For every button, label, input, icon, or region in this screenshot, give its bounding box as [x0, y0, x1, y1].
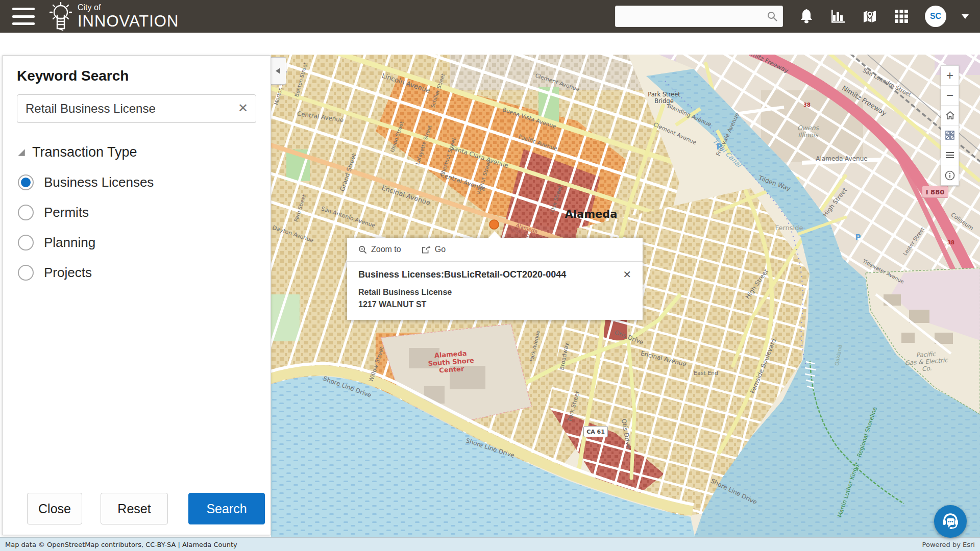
- radio-circle: [18, 205, 34, 220]
- menu-icon[interactable]: [12, 8, 35, 25]
- legend-lines-icon: [945, 152, 954, 159]
- keyword-search-panel: Keyword Search ✕ Transaction Type Busine…: [2, 55, 271, 535]
- map-attribution-bar: Map data © OpenStreetMap contributors, C…: [0, 537, 980, 551]
- panel-collapse-handle[interactable]: [271, 57, 286, 85]
- home-extent-button[interactable]: [941, 106, 959, 126]
- radio-business-licenses[interactable]: Business Licenses: [18, 174, 271, 190]
- popup-record-address: 1217 WALNUT ST: [358, 298, 631, 311]
- search-icon: [767, 11, 778, 22]
- zoom-to-button[interactable]: Zoom to: [358, 245, 401, 254]
- notifications-bell-icon[interactable]: [798, 8, 815, 24]
- radio-circle: [18, 235, 34, 251]
- map-controls: + −: [941, 65, 959, 186]
- map-pin[interactable]: [489, 220, 499, 229]
- radio-label: Projects: [44, 265, 92, 281]
- attribution-text: Map data © OpenStreetMap contributors, C…: [5, 541, 237, 548]
- keyword-input[interactable]: [17, 94, 256, 123]
- search-button[interactable]: Search: [188, 493, 265, 524]
- legend-button[interactable]: [941, 145, 959, 165]
- global-search: [615, 6, 783, 27]
- lightbulb-icon: [48, 2, 74, 31]
- panel-title: Keyword Search: [17, 68, 256, 84]
- apps-grid-icon[interactable]: [893, 8, 910, 24]
- radio-label: Permits: [44, 205, 89, 220]
- route-shield-i880: I 880: [922, 186, 948, 198]
- brand-city-of: City of: [78, 4, 179, 12]
- zoom-out-button[interactable]: −: [941, 86, 959, 106]
- reports-bar-chart-icon[interactable]: [830, 8, 846, 24]
- basemap-icon: [945, 131, 954, 140]
- radio-circle: [18, 265, 34, 281]
- transaction-type-section[interactable]: Transaction Type: [17, 144, 256, 160]
- zoom-to-icon: [358, 245, 367, 254]
- feature-popup: Zoom to Go Business Licenses:BusLicRetai…: [347, 238, 643, 320]
- basemap-gallery-button[interactable]: [941, 126, 959, 145]
- app-header: City of INNOVATION: [0, 0, 980, 33]
- go-external-icon: [422, 245, 431, 254]
- go-label: Go: [435, 245, 446, 254]
- collapse-left-icon: [275, 67, 282, 75]
- clear-keyword-icon[interactable]: ✕: [238, 101, 248, 115]
- info-button[interactable]: [941, 165, 959, 185]
- radio-permits[interactable]: Permits: [18, 205, 271, 220]
- user-menu-caret-icon[interactable]: [962, 14, 969, 19]
- map-explorer-icon[interactable]: [862, 8, 878, 24]
- powered-by-esri: Powered by Esri: [922, 541, 975, 548]
- global-search-input[interactable]: [616, 6, 782, 27]
- headset-chat-icon: [941, 512, 960, 531]
- zoom-in-button[interactable]: +: [941, 66, 959, 86]
- radio-label: Business Licenses: [44, 174, 154, 190]
- brand-innovation: INNOVATION: [78, 13, 179, 29]
- home-icon: [945, 111, 955, 120]
- collapse-triangle-icon: [17, 148, 26, 157]
- user-avatar[interactable]: SC: [925, 6, 946, 27]
- popup-close-icon[interactable]: ✕: [623, 269, 631, 280]
- transaction-type-label: Transaction Type: [32, 144, 137, 160]
- radio-projects[interactable]: Projects: [18, 265, 271, 281]
- help-chat-button[interactable]: [934, 505, 967, 538]
- close-button[interactable]: Close: [27, 493, 82, 524]
- route-shield-ca61: CA 61: [583, 426, 608, 437]
- radio-label: Planning: [44, 235, 95, 251]
- go-button[interactable]: Go: [422, 245, 446, 254]
- brand-logo: City of INNOVATION: [48, 2, 179, 31]
- popup-title: Business Licenses:BusLicRetail-OCT2020-0…: [358, 269, 566, 280]
- info-icon: [945, 170, 955, 181]
- zoom-to-label: Zoom to: [371, 245, 401, 254]
- radio-circle: [18, 174, 34, 190]
- reset-button[interactable]: Reset: [101, 493, 168, 524]
- popup-record-type: Retail Business License: [358, 286, 631, 298]
- radio-planning[interactable]: Planning: [18, 235, 271, 251]
